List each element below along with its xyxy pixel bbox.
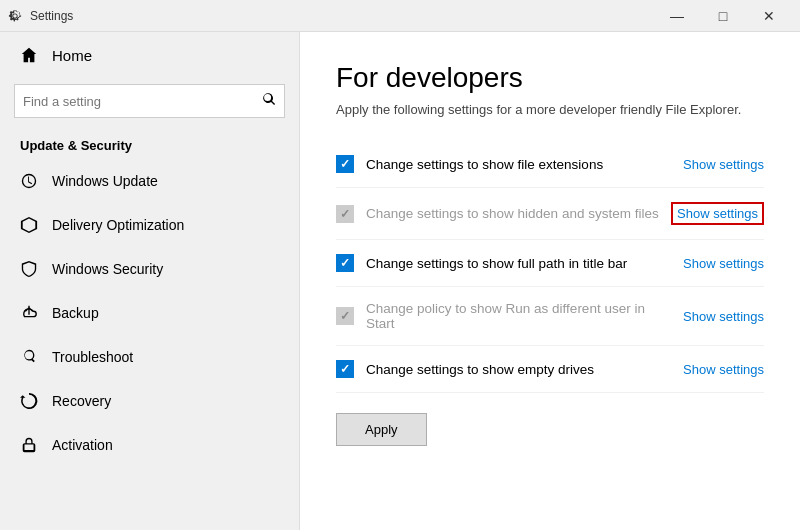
page-description: Apply the following settings for a more … — [336, 102, 764, 117]
sidebar-label-activation: Activation — [52, 437, 113, 453]
close-button[interactable]: ✕ — [746, 0, 792, 32]
windows-security-icon — [20, 260, 38, 278]
app-title: Settings — [30, 9, 73, 23]
checkbox-run-as-different[interactable] — [336, 307, 354, 325]
label-hidden-system-files: Change settings to show hidden and syste… — [366, 206, 659, 221]
sidebar-label-troubleshoot: Troubleshoot — [52, 349, 133, 365]
settings-app-icon — [8, 9, 22, 23]
troubleshoot-icon — [20, 348, 38, 366]
sidebar-item-troubleshoot[interactable]: Troubleshoot — [0, 335, 299, 379]
app-body: Home Update & Security Windows Update De… — [0, 32, 800, 530]
label-file-extensions: Change settings to show file extensions — [366, 157, 603, 172]
sidebar-item-activation[interactable]: Activation — [0, 423, 299, 467]
sidebar-label-windows-update: Windows Update — [52, 173, 158, 189]
show-settings-hidden-system-files[interactable]: Show settings — [671, 202, 764, 225]
sidebar-item-windows-update[interactable]: Windows Update — [0, 159, 299, 203]
checkbox-hidden-system-files[interactable] — [336, 205, 354, 223]
sidebar-item-recovery[interactable]: Recovery — [0, 379, 299, 423]
sidebar-item-windows-security[interactable]: Windows Security — [0, 247, 299, 291]
apply-button[interactable]: Apply — [336, 413, 427, 446]
show-settings-run-as-different[interactable]: Show settings — [683, 309, 764, 324]
recovery-icon — [20, 392, 38, 410]
sidebar-home-label: Home — [52, 47, 92, 64]
sidebar-label-backup: Backup — [52, 305, 99, 321]
page-title: For developers — [336, 62, 764, 94]
search-input[interactable] — [23, 94, 262, 109]
delivery-optimization-icon — [20, 216, 38, 234]
main-content: For developers Apply the following setti… — [300, 32, 800, 530]
setting-row-run-as-different: Change policy to show Run as different u… — [336, 287, 764, 346]
maximize-button[interactable]: □ — [700, 0, 746, 32]
sidebar-item-backup[interactable]: Backup — [0, 291, 299, 335]
sidebar-item-home[interactable]: Home — [0, 32, 299, 78]
sidebar-item-delivery-optimization[interactable]: Delivery Optimization — [0, 203, 299, 247]
setting-row-file-extensions: Change settings to show file extensions … — [336, 141, 764, 188]
sidebar-section-label: Update & Security — [0, 130, 299, 159]
windows-update-icon — [20, 172, 38, 190]
sidebar-label-recovery: Recovery — [52, 393, 111, 409]
label-full-path-title: Change settings to show full path in tit… — [366, 256, 627, 271]
settings-list: Change settings to show file extensions … — [336, 141, 764, 393]
checkbox-empty-drives[interactable] — [336, 360, 354, 378]
label-run-as-different: Change policy to show Run as different u… — [366, 301, 671, 331]
title-bar: Settings — □ ✕ — [0, 0, 800, 32]
minimize-button[interactable]: — — [654, 0, 700, 32]
show-settings-full-path-title[interactable]: Show settings — [683, 256, 764, 271]
sidebar-label-windows-security: Windows Security — [52, 261, 163, 277]
show-settings-empty-drives[interactable]: Show settings — [683, 362, 764, 377]
checkbox-full-path-title[interactable] — [336, 254, 354, 272]
setting-row-empty-drives: Change settings to show empty drives Sho… — [336, 346, 764, 393]
sidebar-label-delivery-optimization: Delivery Optimization — [52, 217, 184, 233]
sidebar: Home Update & Security Windows Update De… — [0, 32, 300, 530]
home-icon — [20, 46, 38, 64]
backup-icon — [20, 304, 38, 322]
label-empty-drives: Change settings to show empty drives — [366, 362, 594, 377]
search-icon — [262, 92, 276, 110]
show-settings-file-extensions[interactable]: Show settings — [683, 157, 764, 172]
activation-icon — [20, 436, 38, 454]
checkbox-file-extensions[interactable] — [336, 155, 354, 173]
search-box[interactable] — [14, 84, 285, 118]
setting-row-full-path-title: Change settings to show full path in tit… — [336, 240, 764, 287]
setting-row-hidden-system-files: Change settings to show hidden and syste… — [336, 188, 764, 240]
